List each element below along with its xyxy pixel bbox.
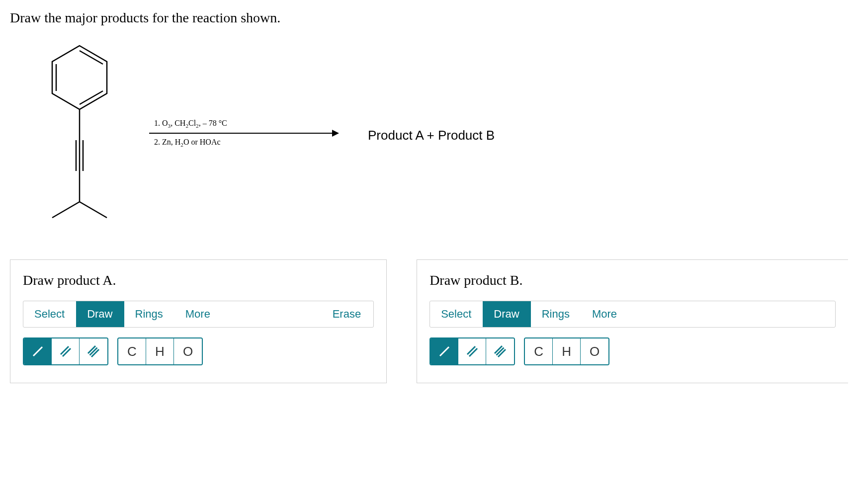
bond-tool-group: [23, 337, 108, 365]
double-bond-icon: [58, 344, 73, 359]
svg-line-18: [467, 346, 475, 354]
reagent-text: 1. O: [154, 119, 168, 127]
tab-select[interactable]: Select: [23, 301, 76, 327]
hydrogen-atom-button[interactable]: H: [146, 338, 174, 364]
single-bond-button[interactable]: [430, 338, 458, 364]
reagent-text: Cl: [188, 119, 196, 127]
atom-tool-group: C H O: [117, 337, 203, 365]
tab-more[interactable]: More: [174, 301, 222, 327]
reagent-step-1: 1. O3, CH2Cl2, – 78 °C: [149, 119, 338, 129]
single-bond-icon: [30, 344, 45, 359]
carbon-atom-button[interactable]: C: [118, 338, 146, 364]
question-prompt: Draw the major products for the reaction…: [10, 10, 848, 26]
drawing-panel-b: Draw product B. Select Draw Rings More: [417, 259, 848, 383]
tab-draw[interactable]: Draw: [76, 301, 124, 327]
svg-line-11: [33, 347, 42, 356]
tab-more[interactable]: More: [581, 301, 628, 327]
drawing-panel-a: Draw product A. Select Draw Rings More E…: [10, 259, 387, 383]
reagent-text: , – 78 °C: [199, 119, 227, 127]
carbon-atom-button[interactable]: C: [525, 338, 553, 364]
triple-bond-icon: [493, 344, 508, 359]
drawing-panels-container: Draw product A. Select Draw Rings More E…: [10, 259, 848, 383]
svg-line-19: [469, 348, 477, 356]
tab-rings[interactable]: Rings: [124, 301, 174, 327]
bond-tool-group: [429, 337, 515, 365]
toolbar-a: Select Draw Rings More Erase: [23, 301, 374, 328]
products-label: Product A + Product B: [368, 128, 495, 143]
svg-line-17: [440, 347, 449, 356]
reagent-text: 2. Zn, H: [154, 138, 180, 146]
oxygen-atom-button[interactable]: O: [174, 338, 202, 364]
tool-row-a: C H O: [23, 337, 374, 365]
single-bond-button[interactable]: [24, 338, 52, 364]
panel-a-title: Draw product A.: [23, 272, 374, 288]
reagent-text: O or HOAc: [183, 138, 221, 146]
hydrogen-atom-button[interactable]: H: [553, 338, 581, 364]
starting-material-structure: [30, 41, 129, 230]
triple-bond-button[interactable]: [80, 338, 107, 364]
reagent-step-2: 2. Zn, H2O or HOAc: [149, 138, 338, 148]
panel-b-title: Draw product B.: [429, 272, 836, 288]
double-bond-icon: [465, 344, 480, 359]
erase-button[interactable]: Erase: [320, 301, 373, 327]
reaction-arrow: [149, 133, 338, 134]
double-bond-button[interactable]: [458, 338, 486, 364]
toolbar-b: Select Draw Rings More: [429, 301, 836, 328]
tab-select[interactable]: Select: [430, 301, 483, 327]
reagent-text: , CH: [171, 119, 185, 127]
double-bond-button[interactable]: [52, 338, 80, 364]
triple-bond-button[interactable]: [486, 338, 514, 364]
atom-tool-group: C H O: [524, 337, 609, 365]
svg-line-9: [52, 202, 80, 218]
svg-line-12: [61, 346, 69, 354]
reaction-scheme: 1. O3, CH2Cl2, – 78 °C 2. Zn, H2O or HOA…: [30, 41, 848, 230]
svg-marker-0: [52, 46, 107, 109]
tab-rings[interactable]: Rings: [531, 301, 581, 327]
tool-row-b: C H O: [429, 337, 836, 365]
toolbar-tabs: Select Draw Rings More: [430, 301, 628, 327]
oxygen-atom-button[interactable]: O: [581, 338, 608, 364]
triple-bond-icon: [86, 344, 101, 359]
single-bond-icon: [437, 344, 452, 359]
toolbar-tabs: Select Draw Rings More: [23, 301, 222, 327]
svg-line-13: [63, 348, 71, 356]
tab-draw[interactable]: Draw: [483, 301, 530, 327]
reaction-conditions: 1. O3, CH2Cl2, – 78 °C 2. Zn, H2O or HOA…: [149, 119, 338, 152]
svg-line-10: [80, 202, 107, 218]
